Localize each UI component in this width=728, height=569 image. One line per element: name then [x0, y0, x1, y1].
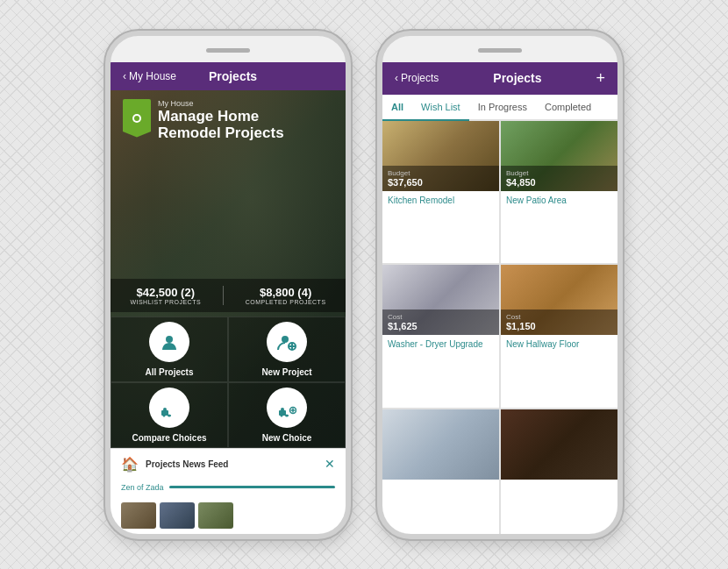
p2-tabs: All Wish List In Progress Completed: [382, 95, 617, 121]
new-choice-icon: [267, 388, 307, 428]
news-thumb-3: [198, 502, 233, 529]
floor-cost-value: $1,150: [506, 321, 612, 331]
p1-banner: My House Manage HomeRemodel Projects: [111, 90, 296, 151]
phone-1-screen: ‹ My House Projects: [111, 62, 346, 534]
project-card-patio[interactable]: Budget $4,850 New Patio Area: [501, 121, 617, 264]
green-flag-icon: [123, 99, 151, 138]
patio-card-image: Budget $4,850: [501, 121, 617, 191]
p2-header-title: Projects: [493, 71, 541, 85]
p1-hero: My House Manage HomeRemodel Projects $42…: [111, 90, 346, 448]
p1-banner-subtitle: My House: [158, 99, 284, 108]
p2-project-grid: Budget $37,650 Kitchen Remodel Budget $4…: [382, 121, 617, 534]
p1-news-item: Zen of Zada: [111, 480, 346, 499]
svg-point-1: [134, 116, 139, 121]
tab-all[interactable]: All: [382, 95, 412, 121]
svg-point-11: [168, 414, 171, 416]
chevron-left-icon: ‹: [123, 70, 126, 82]
svg-point-13: [281, 408, 284, 411]
p1-back-button[interactable]: ‹ My House: [123, 70, 176, 82]
p1-stat-completed: $8,800 (4) COMPLETED PROJECTS: [246, 286, 326, 305]
svg-point-16: [286, 414, 289, 416]
news-feed-close-button[interactable]: ✕: [325, 457, 335, 471]
p1-stat-completed-label: COMPLETED PROJECTS: [246, 299, 326, 305]
p2-header: ‹ Projects Projects +: [382, 62, 617, 95]
p1-back-label: My House: [129, 70, 176, 82]
patio-card-overlay: Budget $4,850: [501, 166, 617, 191]
kitchen-card-image: Budget $37,650: [382, 121, 499, 191]
p1-news-feed: 🏠 Projects News Feed ✕: [111, 448, 346, 480]
extra-image: [501, 409, 617, 480]
p1-stat-wishlist-label: WISHLIST PROJECTS: [130, 299, 201, 305]
phone-speaker: [206, 48, 250, 53]
p1-stat-completed-value: $8,800 (4): [246, 286, 326, 299]
phone-2: ‹ Projects Projects + All Wish List In P…: [377, 31, 623, 539]
kitchen-card-name: Kitchen Remodel: [382, 191, 499, 210]
p1-news-thumbnails: [111, 499, 346, 534]
tab-in-progress[interactable]: In Progress: [469, 95, 536, 121]
news-item-text: Zen of Zada: [121, 483, 164, 492]
new-choice-button[interactable]: New Choice: [228, 382, 346, 448]
p1-stat-wishlist-value: $42,500 (2): [130, 286, 201, 299]
washer-card-overlay: Cost $1,625: [382, 309, 499, 335]
washer-card-name: Washer - Dryer Upgrade: [382, 335, 499, 353]
project-card-floor[interactable]: Cost $1,150 New Hallway Floor: [501, 265, 617, 408]
all-projects-label: All Projects: [145, 367, 193, 377]
p1-banner-title: Manage HomeRemodel Projects: [158, 108, 284, 142]
kitchen-card-overlay: Budget $37,650: [382, 166, 499, 191]
news-thumb-1: [121, 502, 156, 529]
new-project-label: New Project: [261, 367, 311, 377]
patio-budget-label: Budget: [506, 169, 612, 177]
p1-banner-tag: My House Manage HomeRemodel Projects: [123, 99, 284, 142]
all-projects-button[interactable]: All Projects: [111, 317, 228, 382]
compare-choices-button[interactable]: Compare Choices: [111, 382, 228, 448]
p1-stat-divider: [223, 286, 224, 305]
phone-1: ‹ My House Projects: [105, 31, 351, 539]
extra-card-image: [501, 409, 617, 480]
window-card-image: [382, 409, 499, 480]
news-thumb-2: [160, 502, 195, 529]
project-card-extra[interactable]: [501, 409, 617, 534]
new-project-icon: [267, 322, 307, 362]
p2-back-button[interactable]: ‹ Projects: [395, 72, 439, 84]
tab-wishlist[interactable]: Wish List: [412, 95, 469, 121]
patio-card-name: New Patio Area: [501, 191, 617, 210]
svg-point-3: [282, 336, 289, 343]
new-choice-label: New Choice: [262, 433, 312, 443]
phone-2-speaker: [478, 48, 522, 53]
news-progress-bar: [169, 486, 335, 488]
news-feed-title: Projects News Feed: [146, 459, 318, 469]
news-feed-icon: 🏠: [121, 456, 139, 473]
p1-actions-grid: All Projects New Project: [111, 317, 346, 448]
phone-2-screen: ‹ Projects Projects + All Wish List In P…: [382, 62, 617, 534]
svg-point-8: [163, 408, 167, 411]
compare-choices-icon: [149, 388, 189, 428]
svg-point-10: [163, 414, 166, 416]
window-image: [382, 409, 499, 480]
p1-stat-wishlist: $42,500 (2) WISHLIST PROJECTS: [130, 286, 201, 305]
floor-card-name: New Hallway Floor: [501, 335, 617, 353]
project-card-window[interactable]: [382, 409, 499, 534]
tab-completed[interactable]: Completed: [536, 95, 600, 121]
project-card-kitchen[interactable]: Budget $37,650 Kitchen Remodel: [382, 121, 499, 264]
svg-point-2: [166, 336, 173, 343]
p2-add-project-button[interactable]: +: [596, 69, 605, 88]
project-card-washer[interactable]: Cost $1,625 Washer - Dryer Upgrade: [382, 265, 499, 408]
floor-card-image: Cost $1,150: [501, 265, 617, 335]
svg-point-15: [281, 414, 283, 416]
kitchen-budget-value: $37,650: [388, 177, 494, 188]
compare-choices-label: Compare Choices: [132, 433, 206, 443]
p1-stats: $42,500 (2) WISHLIST PROJECTS $8,800 (4)…: [111, 279, 346, 312]
p2-chevron-left-icon: ‹: [395, 72, 398, 84]
kitchen-budget-label: Budget: [388, 169, 494, 177]
washer-cost-value: $1,625: [388, 321, 494, 331]
p1-header: ‹ My House Projects: [111, 62, 346, 90]
washer-cost-label: Cost: [388, 313, 494, 321]
floor-cost-label: Cost: [506, 313, 612, 321]
floor-card-overlay: Cost $1,150: [501, 309, 617, 335]
all-projects-icon: [149, 322, 189, 362]
p1-header-title: Projects: [209, 69, 257, 83]
p2-back-label: Projects: [401, 72, 439, 84]
washer-card-image: Cost $1,625: [382, 265, 499, 335]
new-project-button[interactable]: New Project: [228, 317, 346, 382]
patio-budget-value: $4,850: [506, 177, 612, 188]
